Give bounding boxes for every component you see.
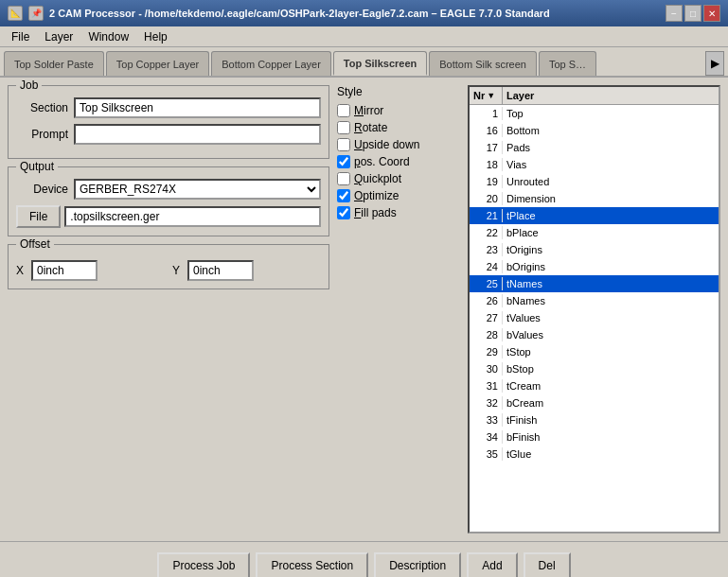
- layer-row[interactable]: 33tFinish: [470, 411, 719, 428]
- menu-layer[interactable]: Layer: [37, 28, 80, 45]
- layer-row[interactable]: 21tPlace: [470, 207, 719, 224]
- output-group: Qutput Device GERBER_RS274X GERBER_RS274…: [8, 166, 329, 236]
- bottom-bar: Process Job Process Section Description …: [0, 541, 728, 577]
- layer-nr: 17: [470, 141, 503, 154]
- tab-nav-right[interactable]: ▶: [705, 51, 724, 76]
- layer-name: tGlue: [503, 447, 719, 461]
- layer-name: tStop: [503, 345, 719, 358]
- layer-name: bPlace: [503, 226, 719, 239]
- prompt-label: Prompt: [16, 128, 68, 141]
- file-button[interactable]: File: [16, 205, 61, 228]
- optimize-label: Optimize: [354, 189, 399, 202]
- fill-pads-label: Fill pads: [354, 206, 397, 219]
- layer-row[interactable]: 20Dimension: [470, 190, 719, 207]
- tab-bottom-silk-screen[interactable]: Bottom Silk screen: [429, 51, 537, 76]
- layer-row[interactable]: 22bPlace: [470, 224, 719, 241]
- section-label: Section: [16, 101, 68, 114]
- layer-nr: 24: [470, 260, 503, 273]
- layer-row[interactable]: 18Vias: [470, 156, 719, 173]
- tab-top-copper-layer[interactable]: Top Copper Layer: [106, 51, 209, 76]
- x-label: X: [16, 264, 27, 277]
- style-panel: Style Mirror Rotate Upside down pos. Coo…: [337, 85, 460, 533]
- layer-table: Nr ▼ Layer 1Top16Bottom17Pads18Vias19Unr…: [468, 85, 720, 533]
- layer-row[interactable]: 25tNames: [470, 275, 719, 292]
- layer-name: tNames: [503, 277, 719, 290]
- layer-row[interactable]: 1Top: [470, 105, 719, 122]
- layer-row[interactable]: 31tCream: [470, 377, 719, 394]
- close-button[interactable]: ✕: [703, 5, 720, 22]
- layer-nr: 31: [470, 379, 503, 393]
- layer-row[interactable]: 19Unrouted: [470, 173, 719, 190]
- add-button[interactable]: Add: [467, 552, 517, 578]
- layer-name: Dimension: [503, 192, 719, 205]
- layer-name: tCream: [503, 379, 719, 393]
- pos-coord-checkbox[interactable]: [337, 155, 350, 168]
- menu-bar: File Layer Window Help: [0, 26, 728, 47]
- layer-row[interactable]: 34bFinish: [470, 428, 719, 446]
- sort-icon[interactable]: ▼: [487, 91, 495, 100]
- process-job-button[interactable]: Process Job: [157, 552, 250, 578]
- layer-name: Unrouted: [503, 175, 719, 188]
- left-panel: Job Section Prompt Qutput Device GERBER_…: [8, 85, 329, 533]
- pin-icon: 📌: [28, 6, 44, 21]
- layer-row[interactable]: 16Bottom: [470, 122, 719, 139]
- style-label: Style: [337, 85, 460, 98]
- layer-nr: 25: [470, 277, 503, 290]
- optimize-checkbox[interactable]: [337, 189, 350, 202]
- offset-group-label: Offset: [16, 237, 54, 251]
- layer-row[interactable]: 30bStop: [470, 360, 719, 377]
- layer-row[interactable]: 27tValues: [470, 309, 719, 326]
- quickplot-checkbox[interactable]: [337, 172, 350, 185]
- process-section-button[interactable]: Process Section: [256, 552, 368, 578]
- layer-name: Vias: [503, 158, 719, 171]
- layer-name: Pads: [503, 141, 719, 154]
- fill-pads-checkbox[interactable]: [337, 206, 350, 219]
- y-label: Y: [172, 264, 184, 277]
- layer-row[interactable]: 23tOrigins: [470, 241, 719, 258]
- layer-row[interactable]: 35tGlue: [470, 446, 719, 463]
- quickplot-label: Quickplot: [354, 172, 401, 185]
- layer-nr: 29: [470, 345, 503, 358]
- layer-row[interactable]: 17Pads: [470, 139, 719, 156]
- layer-row[interactable]: 28bValues: [470, 326, 719, 343]
- rotate-checkbox[interactable]: [337, 121, 350, 134]
- file-input[interactable]: [64, 206, 321, 227]
- del-button[interactable]: Del: [524, 552, 571, 578]
- layer-name: Bottom: [503, 124, 719, 137]
- device-label: Device: [16, 183, 68, 196]
- layer-row[interactable]: 29tStop: [470, 343, 719, 360]
- layer-name: tFinish: [503, 413, 719, 427]
- description-button[interactable]: Description: [374, 552, 461, 578]
- layer-nr: 1: [470, 107, 503, 120]
- layer-row[interactable]: 26bNames: [470, 292, 719, 309]
- tab-top-silkscreen[interactable]: Top Silkscreen: [333, 51, 427, 76]
- job-group-label: Job: [16, 79, 42, 92]
- section-input[interactable]: [74, 97, 321, 118]
- upside-down-checkbox[interactable]: [337, 138, 350, 151]
- tab-top-s[interactable]: Top S…: [539, 51, 596, 76]
- menu-help[interactable]: Help: [136, 28, 175, 45]
- layer-nr: 18: [470, 158, 503, 171]
- main-content: Job Section Prompt Qutput Device GERBER_…: [0, 78, 728, 541]
- layer-header-nr: Nr ▼: [470, 87, 503, 104]
- layer-scroll[interactable]: 1Top16Bottom17Pads18Vias19Unrouted20Dime…: [470, 105, 719, 532]
- right-panel: Style Mirror Rotate Upside down pos. Coo…: [337, 85, 720, 533]
- app-icon: 📐: [8, 6, 23, 21]
- layer-row[interactable]: 32bCream: [470, 394, 719, 411]
- tab-top-solder-paste[interactable]: Top Solder Paste: [4, 51, 104, 76]
- tab-bottom-copper-layer[interactable]: Bottom Copper Layer: [211, 51, 331, 76]
- x-input[interactable]: [31, 260, 98, 281]
- layer-nr: 28: [470, 328, 503, 341]
- menu-file[interactable]: File: [4, 28, 37, 45]
- menu-window[interactable]: Window: [80, 28, 136, 45]
- minimize-button[interactable]: −: [666, 5, 683, 22]
- y-input[interactable]: [187, 260, 254, 281]
- layer-nr: 23: [470, 243, 503, 256]
- prompt-input[interactable]: [74, 124, 321, 145]
- device-select[interactable]: GERBER_RS274X GERBER_RS274D EXCELLON HPG…: [74, 179, 321, 200]
- maximize-button[interactable]: □: [684, 5, 701, 22]
- layer-row[interactable]: 24bOrigins: [470, 258, 719, 275]
- mirror-checkbox[interactable]: [337, 104, 350, 117]
- pos-coord-label: pos. Coord: [354, 155, 410, 168]
- mirror-label: Mirror: [354, 104, 383, 117]
